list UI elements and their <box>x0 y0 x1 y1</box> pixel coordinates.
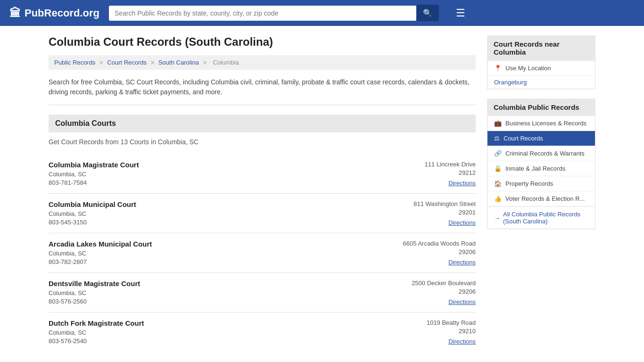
site-header: 🏛 PubRecord.org 🔍 ☰ <box>0 0 644 26</box>
pin-icon: 📍 <box>494 65 502 72</box>
court-phone: 803-545-3150 <box>49 219 136 226</box>
court-address: 2500 Decker Boulevard <box>412 280 476 287</box>
court-name: Dentsville Magistrate Court <box>49 280 140 288</box>
court-name: Dutch Fork Magistrate Court <box>49 319 144 327</box>
court-phone: 803-781-7584 <box>49 179 139 186</box>
logo-icon: 🏛 <box>9 7 21 20</box>
court-city: Columbia, SC <box>49 289 140 296</box>
sidebar-item-label: Business Licenses & Records <box>505 120 586 127</box>
nearby-title: Court Records near Columbia <box>487 35 595 61</box>
breadcrumb-south-carolina[interactable]: South Carolina <box>158 59 199 66</box>
courts-count: Get Court Records from 13 Courts in Colu… <box>49 138 476 146</box>
vote-icon: 👍 <box>494 195 502 202</box>
court-info-right: 1019 Beatty Road 29210 Directions <box>427 319 476 345</box>
link-icon: 🔗 <box>494 150 502 157</box>
court-phone: 803-782-2807 <box>49 258 152 265</box>
public-records-list: 💼 Business Licenses & Records ⚖ Court Re… <box>487 116 595 229</box>
sidebar-item-label: Criminal Records & Warrants <box>505 150 585 157</box>
sidebar: Court Records near Columbia 📍 Use My Loc… <box>487 35 595 352</box>
court-info-right: 811 Washington Street 29201 Directions <box>413 200 476 226</box>
court-entry: Dentsville Magistrate Court Columbia, SC… <box>49 273 476 313</box>
directions-link[interactable]: Directions <box>448 219 476 226</box>
sidebar-item-label: Court Records <box>504 135 543 142</box>
nearby-city-orangeburg[interactable]: Orangeburg <box>487 76 595 89</box>
home-icon: 🏠 <box>494 180 502 187</box>
court-city: Columbia, SC <box>49 210 136 217</box>
breadcrumb-court-records[interactable]: Court Records <box>107 59 147 66</box>
court-info-left: Dentsville Magistrate Court Columbia, SC… <box>49 280 140 305</box>
sidebar-item-voter[interactable]: 👍 Voter Records & Election R... <box>487 191 595 206</box>
court-entry: Columbia Municipal Court Columbia, SC 80… <box>49 194 476 233</box>
courts-section-header: Columbia Courts <box>49 115 476 132</box>
briefcase-icon: 💼 <box>494 120 502 127</box>
court-name: Arcadia Lakes Municipal Court <box>49 240 152 248</box>
page-description: Search for free Columbia, SC Court Recor… <box>49 77 476 105</box>
court-address: 811 Washington Street <box>413 200 476 207</box>
all-records-link[interactable]: → All Columbia Public Records (South Car… <box>487 206 595 229</box>
directions-link[interactable]: Directions <box>448 338 476 345</box>
page-title: Columbia Court Records (South Carolina) <box>49 35 476 49</box>
court-name: Columbia Municipal Court <box>49 200 136 208</box>
breadcrumb-columbia: Columbia <box>213 59 239 66</box>
breadcrumb-sep-3: > <box>203 59 208 66</box>
court-info-left: Arcadia Lakes Municipal Court Columbia, … <box>49 240 152 266</box>
court-address: 111 Lincreek Drive <box>425 161 476 168</box>
sidebar-item-court-records[interactable]: ⚖ Court Records <box>487 131 595 146</box>
use-my-location-label: Use My Location <box>505 65 551 72</box>
breadcrumb-public-records[interactable]: Public Records <box>54 59 95 66</box>
court-city: Columbia, SC <box>49 171 139 178</box>
court-phone: 803-576-2540 <box>49 337 144 345</box>
court-zip: 29210 <box>427 328 476 335</box>
breadcrumb-sep-1: > <box>99 59 105 66</box>
public-records-section: Columbia Public Records 💼 Business Licen… <box>487 99 595 229</box>
breadcrumb: Public Records > Court Records > South C… <box>49 55 476 70</box>
arrow-icon: → <box>494 214 500 222</box>
court-entry: Dutch Fork Magistrate Court Columbia, SC… <box>49 313 476 352</box>
court-address: 1019 Beatty Road <box>427 319 476 326</box>
nearby-section: Court Records near Columbia 📍 Use My Loc… <box>487 35 595 89</box>
sidebar-item-label: Inmate & Jail Records <box>505 165 565 172</box>
sidebar-item-inmate[interactable]: 🔒 Inmate & Jail Records <box>487 161 595 176</box>
court-info-left: Columbia Magistrate Court Columbia, SC 8… <box>49 161 139 187</box>
court-zip: 29206 <box>403 248 476 255</box>
court-info-right: 6605 Arcadia Woods Road 29206 Directions <box>403 240 476 266</box>
lock-icon: 🔒 <box>494 165 502 172</box>
court-address: 6605 Arcadia Woods Road <box>403 240 476 247</box>
sidebar-item-business[interactable]: 💼 Business Licenses & Records <box>487 116 595 131</box>
court-phone: 803-576-2560 <box>49 298 140 305</box>
all-records-label: All Columbia Public Records (South Carol… <box>503 211 588 225</box>
hamburger-icon: ☰ <box>456 7 465 19</box>
use-my-location[interactable]: 📍 Use My Location <box>487 61 595 76</box>
search-bar: 🔍 <box>109 5 439 21</box>
logo[interactable]: 🏛 PubRecord.org <box>9 7 99 20</box>
court-city: Columbia, SC <box>49 329 144 336</box>
sidebar-item-label: Property Records <box>505 180 553 187</box>
sidebar-item-property[interactable]: 🏠 Property Records <box>487 176 595 191</box>
scales-icon: ⚖ <box>494 135 500 142</box>
court-info-right: 111 Lincreek Drive 29212 Directions <box>425 161 476 187</box>
court-city: Columbia, SC <box>49 250 152 257</box>
search-button[interactable]: 🔍 <box>416 5 439 21</box>
sidebar-item-criminal[interactable]: 🔗 Criminal Records & Warrants <box>487 146 595 161</box>
court-info-right: 2500 Decker Boulevard 29206 Directions <box>412 280 476 305</box>
menu-button[interactable]: ☰ <box>452 5 469 21</box>
main-container: Columbia Court Records (South Carolina) … <box>39 26 605 361</box>
directions-link[interactable]: Directions <box>448 259 476 266</box>
search-icon: 🔍 <box>423 9 432 17</box>
court-name: Columbia Magistrate Court <box>49 161 139 169</box>
directions-link[interactable]: Directions <box>448 180 476 187</box>
court-info-left: Dutch Fork Magistrate Court Columbia, SC… <box>49 319 144 345</box>
court-entry: Columbia Magistrate Court Columbia, SC 8… <box>49 154 476 194</box>
courts-list: Columbia Magistrate Court Columbia, SC 8… <box>49 154 476 352</box>
court-zip: 29201 <box>413 209 476 216</box>
content-area: Columbia Court Records (South Carolina) … <box>49 35 476 352</box>
public-records-title: Columbia Public Records <box>487 99 595 116</box>
court-zip: 29206 <box>412 288 476 295</box>
search-input[interactable] <box>109 6 416 21</box>
court-info-left: Columbia Municipal Court Columbia, SC 80… <box>49 200 136 226</box>
court-zip: 29212 <box>425 169 476 176</box>
logo-text: PubRecord.org <box>25 7 99 19</box>
directions-link[interactable]: Directions <box>448 298 476 305</box>
court-entry: Arcadia Lakes Municipal Court Columbia, … <box>49 233 476 273</box>
sidebar-item-label: Voter Records & Election R... <box>505 195 585 202</box>
